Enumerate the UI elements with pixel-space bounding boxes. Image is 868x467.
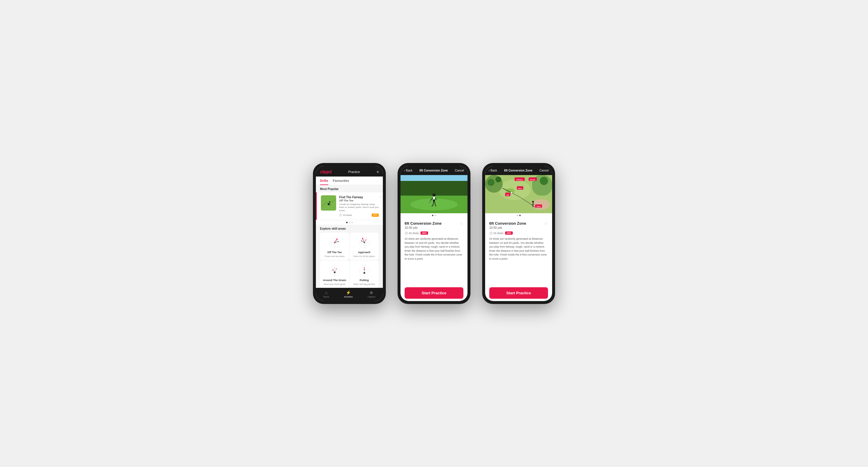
skill-name-ott: Off The Tee [327,251,342,254]
cancel-button[interactable]: Cancel [455,169,464,172]
skill-off-the-tee[interactable]: Off The Tee Power and accuracy [320,233,349,260]
golf-thumb-svg [321,195,336,210]
phone-1-header: clippd Practice ≡ [316,166,383,176]
drill-detail-description-3: 20 shots are randomly generated at dista… [489,237,548,261]
svg-point-80 [532,201,534,203]
skill-name-putting: Putting [360,279,369,282]
tab-favourites[interactable]: Favourites [333,176,349,185]
skill-approach[interactable]: Approach Dial-in to hit the green [350,233,379,260]
capture-icon: ⊕ [370,290,373,295]
svg-point-68 [540,177,548,185]
detail-header-row-3: 6ft Conversion Zone 10-50 yds ☆ [489,221,548,231]
skill-desc-putting: Make and lag practice [353,283,375,286]
nav-activities-label: Activities [344,296,353,298]
drill-detail-shots: 🕐 20 shots ARG [405,231,463,235]
drill-info: Find The Fairway Off The Tee Create an i… [339,195,379,217]
back-button[interactable]: ‹ Back [404,169,412,172]
phone-2-screen: ‹ Back 6ft Conversion Zone Cancel [401,166,467,301]
shots-label: 🕐 20 shots [405,232,419,235]
menu-icon[interactable]: ≡ [377,170,379,174]
phone-3: ‹ Back 6ft Conversion Zone Cancel [482,163,555,304]
golf-photo [401,175,467,213]
explore-section: Explore skill areas [316,225,383,288]
dot-3 [351,222,353,223]
svg-point-26 [361,240,362,241]
shots-label-3: 🕐 20 shots [489,232,503,235]
phone-3-header: ‹ Back 6ft Conversion Zone Cancel [485,166,552,175]
svg-rect-0 [321,195,336,210]
svg-point-86 [511,192,513,194]
explore-label: Explore skill areas [316,225,383,232]
nav-capture-label: Capture [368,296,375,298]
phone-3-screen: ‹ Back 6ft Conversion Zone Cancel [485,166,552,301]
skill-desc-approach: Dial-in to hit the green [353,255,375,258]
svg-point-24 [362,238,363,239]
drill-title: Find The Fairway [339,195,379,199]
start-practice-button[interactable]: Start Practice [405,287,463,299]
phone-2-body: 6ft Conversion Zone 10-50 yds ☆ 🕐 20 sho… [401,218,467,285]
svg-line-27 [364,240,366,243]
phone-2-title: 6ft Conversion Zone [419,169,448,172]
drill-subtitle: Off The Tee [339,199,379,202]
drill-photo [401,175,467,213]
back-chevron-icon-3: ‹ [489,169,490,172]
svg-text:Rough: Rough [530,179,535,180]
detail-header-row: 6ft Conversion Zone 10-50 yds ☆ [405,221,463,231]
skill-around-green[interactable]: Around The Green Hone your short game [320,261,349,288]
skill-desc-atg: Hone your short game [323,283,345,286]
phone-3-body: 6ft Conversion Zone 10-50 yds ☆ 🕐 20 sho… [485,218,552,285]
nav-home-label: Home [323,296,329,298]
home-icon: ⌂ [325,290,327,295]
cancel-button-3[interactable]: Cancel [539,169,549,172]
phone-2: ‹ Back 6ft Conversion Zone Cancel [398,163,470,304]
approach-icon [357,236,371,249]
skill-desc-ott: Power and accuracy [325,255,345,258]
back-button-3[interactable]: ‹ Back [489,169,497,172]
dot-1 [346,222,348,223]
favorite-icon-3[interactable]: ☆ [544,221,548,226]
featured-drill-card[interactable]: Find The Fairway Off The Tee Create an i… [316,192,383,220]
nav-capture[interactable]: ⊕ Capture [368,290,375,298]
dot-2 [349,222,350,223]
svg-point-67 [495,176,501,182]
golf-map-svg: Miss Hit Fairway Rough Sand [485,175,552,213]
drill-detail-description: 20 shots are randomly generated at dista… [405,237,463,261]
img-dot-1 [432,215,433,216]
start-practice-button-3[interactable]: Start Practice [489,287,548,299]
tab-drills[interactable]: Drills [320,176,328,185]
shots-info: 🕐 10 shots [339,214,352,216]
nav-activities[interactable]: ⚡ Activities [344,290,353,298]
nav-home[interactable]: ⌂ Home [323,290,329,298]
phone-1-screen: clippd Practice ≡ Drills Favourites Most… [316,166,383,301]
img-dot-3-2 [519,215,521,216]
svg-rect-60 [433,197,435,199]
phone-1: clippd Practice ≡ Drills Favourites Most… [313,163,386,304]
img-dot-3-1 [517,215,518,216]
skill-putting[interactable]: Putting Make and lag practice [350,261,379,288]
arg-badge-3: ARG [505,231,513,235]
svg-point-2 [329,201,330,202]
drill-detail-title: 6ft Conversion Zone [405,221,442,226]
drill-detail-range-3: 10-50 yds [489,226,526,229]
skill-grid: Off The Tee Power and accuracy [316,232,383,288]
svg-text:Fairway: Fairway [517,179,523,180]
ott-badge: OTT [372,213,379,217]
drill-thumbnail [321,195,336,210]
header-title: Practice [348,170,360,174]
off-the-tee-icon [328,236,342,249]
favorite-icon[interactable]: ☆ [460,221,463,226]
image-dots [401,213,467,218]
tabs-row: Drills Favourites [316,176,383,185]
svg-point-51 [433,194,435,197]
phone-3-title: 6ft Conversion Zone [504,169,532,172]
svg-point-16 [338,241,339,242]
svg-point-14 [336,238,338,240]
arg-badge: ARG [421,231,428,235]
image-dots-3 [485,213,552,218]
drill-footer: 🕐 10 shots OTT [339,213,379,217]
favorite-star-icon[interactable]: ☆ [379,195,383,199]
svg-point-28 [366,239,366,240]
app-logo: clippd [320,169,332,174]
drill-detail-shots-3: 🕐 20 shots ARG [489,231,548,235]
img-dot-2 [435,215,436,216]
